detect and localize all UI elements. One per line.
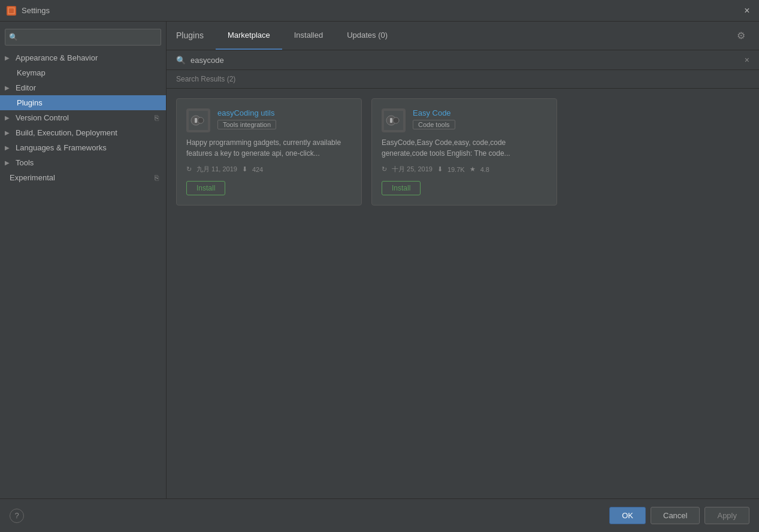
plugin-description-easycoding: Happy programming gadgets, currently ava… xyxy=(186,137,352,159)
plugin-downloads-easycoding: 424 xyxy=(252,166,263,173)
plugin-date-easycode: 十月 25, 2019 xyxy=(392,165,433,174)
window-title: Settings xyxy=(22,6,741,15)
install-button-easycoding[interactable]: Install xyxy=(186,181,225,195)
apply-button[interactable]: Apply xyxy=(704,507,749,524)
svg-rect-2 xyxy=(9,8,14,13)
title-bar: Settings × xyxy=(0,0,759,22)
plugin-meta-easycode: ↻ 十月 25, 2019 ⬇ 19.7K ★ 4.8 xyxy=(382,165,547,174)
clear-search-button[interactable]: × xyxy=(745,55,749,65)
copy-icon: ⎘ xyxy=(155,114,159,122)
tabs-bar: Plugins Marketplace Installed Updates (0… xyxy=(167,22,759,50)
plugin-search-input[interactable] xyxy=(190,56,745,65)
gear-icon: ⚙ xyxy=(737,30,745,41)
plugin-date-easycoding: 九月 11, 2019 xyxy=(196,165,237,174)
search-results-label: Search Results (2) xyxy=(167,70,759,89)
tab-installed-label: Installed xyxy=(294,31,323,40)
ok-button[interactable]: OK xyxy=(609,507,646,524)
sidebar-item-tools[interactable]: ▶ Tools xyxy=(0,155,166,170)
bottom-bar: ? OK Cancel Apply xyxy=(0,498,759,532)
sidebar-item-label: Keymap xyxy=(17,68,159,77)
search-icon: 🔍 xyxy=(176,56,186,65)
sidebar-item-label: Editor xyxy=(16,83,159,92)
sidebar-item-plugins[interactable]: Plugins xyxy=(0,95,166,110)
plugin-name-easycoding[interactable]: easyCoding utils xyxy=(217,108,352,117)
plugin-info: Easy Code Code tools xyxy=(413,108,547,129)
sidebar-item-label: Languages & Frameworks xyxy=(16,143,159,152)
plugin-card-easy-code: Easy Code Code tools EasyCode,Easy Code,… xyxy=(371,98,557,205)
tab-updates[interactable]: Updates (0) xyxy=(335,22,400,50)
download-icon: ⬇ xyxy=(242,165,247,173)
close-button[interactable]: × xyxy=(741,5,753,17)
plugin-card-header: easyCoding utils Tools integration xyxy=(186,108,352,132)
help-button[interactable]: ? xyxy=(10,509,24,523)
plugin-downloads-easycode: 19.7K xyxy=(447,166,465,173)
sidebar-search[interactable]: 🔍 xyxy=(5,29,161,46)
sidebar-item-appearance[interactable]: ▶ Appearance & Behavior xyxy=(0,50,166,65)
sidebar-search-input[interactable] xyxy=(20,33,157,41)
plugin-tag-easycoding: Tools integration xyxy=(217,120,276,129)
svg-rect-5 xyxy=(195,118,197,123)
copy-icon: ⎘ xyxy=(155,174,159,182)
sidebar-item-label: Experimental xyxy=(10,173,152,182)
star-icon: ★ xyxy=(470,165,476,173)
sidebar-item-label: Appearance & Behavior xyxy=(16,53,159,62)
sidebar-item-experimental[interactable]: Experimental ⎘ xyxy=(0,170,166,185)
plugin-description-easycode: EasyCode,Easy Code,easy, code,code gener… xyxy=(382,137,547,159)
plugin-card-easycoding-utils: easyCoding utils Tools integration Happy… xyxy=(176,98,362,205)
svg-point-6 xyxy=(198,117,204,123)
content-search-bar: 🔍 × xyxy=(167,50,759,70)
tab-marketplace[interactable]: Marketplace xyxy=(216,22,282,50)
plugin-name-easycode[interactable]: Easy Code xyxy=(413,108,547,117)
download-icon: ⬇ xyxy=(437,165,443,173)
sidebar-item-label: Version Control xyxy=(16,113,152,122)
sidebar-item-build[interactable]: ▶ Build, Execution, Deployment xyxy=(0,125,166,140)
sidebar-item-keymap[interactable]: Keymap xyxy=(0,65,166,80)
plugin-meta-easycoding: ↻ 九月 11, 2019 ⬇ 424 xyxy=(186,165,352,174)
svg-rect-9 xyxy=(390,118,392,123)
plugin-refresh-icon: ↻ xyxy=(186,165,192,173)
search-icon: 🔍 xyxy=(9,33,18,41)
plugin-card-header: Easy Code Code tools xyxy=(382,108,547,132)
plugin-info: easyCoding utils Tools integration xyxy=(217,108,352,129)
sidebar-item-label: Tools xyxy=(16,158,159,167)
sidebar-item-label: Build, Execution, Deployment xyxy=(16,128,159,137)
content-area: Plugins Marketplace Installed Updates (0… xyxy=(167,22,759,498)
arrow-icon: ▶ xyxy=(5,84,14,91)
arrow-icon: ▶ xyxy=(5,129,14,136)
tab-updates-label: Updates (0) xyxy=(347,31,388,40)
install-button-easycode[interactable]: Install xyxy=(382,181,421,195)
svg-point-10 xyxy=(393,117,399,123)
plugin-icon-easycode xyxy=(382,108,406,132)
arrow-icon: ▶ xyxy=(5,55,14,61)
main-container: 🔍 ▶ Appearance & Behavior Keymap ▶ Edito… xyxy=(0,22,759,498)
app-icon xyxy=(6,5,17,16)
sidebar-item-languages[interactable]: ▶ Languages & Frameworks xyxy=(0,140,166,155)
arrow-icon: ▶ xyxy=(5,159,14,166)
arrow-icon: ▶ xyxy=(5,114,14,121)
sidebar: 🔍 ▶ Appearance & Behavior Keymap ▶ Edito… xyxy=(0,22,167,498)
arrow-icon: ▶ xyxy=(5,144,14,151)
plugin-icon-easycoding xyxy=(186,108,210,132)
sidebar-item-label: Plugins xyxy=(17,98,159,107)
plugin-rating-easycode: 4.8 xyxy=(480,166,489,173)
plugins-list: easyCoding utils Tools integration Happy… xyxy=(167,89,759,498)
sidebar-item-version-control[interactable]: ▶ Version Control ⎘ xyxy=(0,110,166,125)
settings-gear-button[interactable]: ⚙ xyxy=(733,28,749,44)
tab-installed[interactable]: Installed xyxy=(282,22,335,50)
plugins-label: Plugins xyxy=(176,31,204,41)
plugin-refresh-icon: ↻ xyxy=(382,165,387,173)
tab-marketplace-label: Marketplace xyxy=(228,31,270,40)
sidebar-item-editor[interactable]: ▶ Editor xyxy=(0,80,166,95)
cancel-button[interactable]: Cancel xyxy=(651,507,700,524)
plugin-tag-easycode: Code tools xyxy=(413,120,455,129)
